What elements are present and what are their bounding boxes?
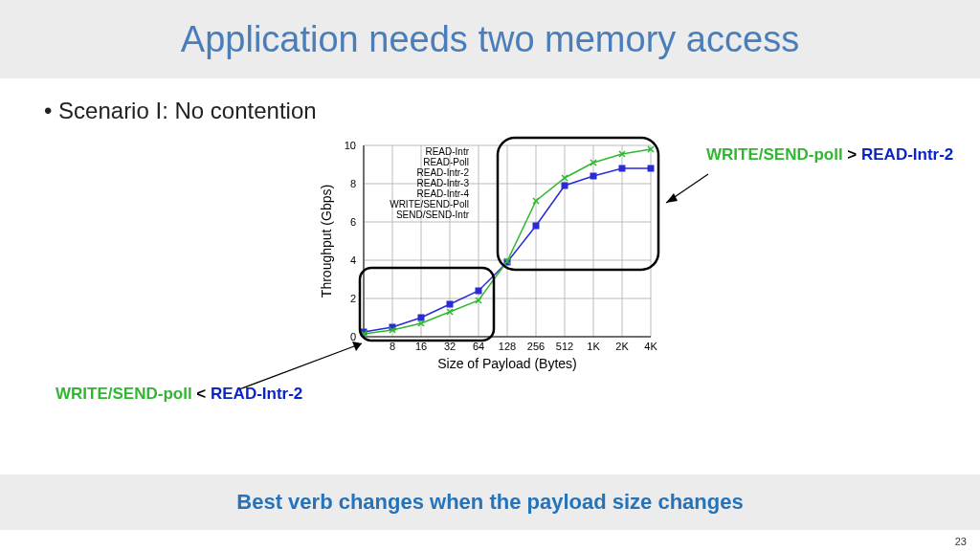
- legend-item: READ-Poll: [423, 157, 469, 167]
- ytick: 6: [350, 216, 356, 228]
- legend-item: READ-Intr-3: [417, 178, 470, 188]
- annotation-right-a: WRITE/SEND-poll: [706, 145, 843, 164]
- xtick: 32: [444, 341, 456, 352]
- y-axis-label: Throughput (Gbps): [319, 185, 334, 298]
- ytick: 0: [350, 331, 356, 342]
- svg-rect-29: [648, 165, 654, 171]
- ytick: 4: [350, 254, 356, 266]
- xtick: 64: [473, 341, 484, 352]
- xtick: 2K: [615, 341, 629, 352]
- page-number: 23: [955, 536, 967, 547]
- svg-rect-28: [619, 165, 625, 171]
- annotation-left-b: READ-Intr-2: [211, 385, 302, 403]
- svg-line-30: [666, 174, 708, 203]
- legend-item: WRITE/SEND-Poll: [390, 199, 469, 209]
- legend-item: READ-Intr: [425, 146, 469, 157]
- bullet-scenario: Scenario I: No contention: [44, 98, 317, 124]
- svg-rect-25: [533, 223, 539, 229]
- xtick: 256: [527, 341, 545, 352]
- throughput-chart: 0 2 4 6 8 10 8 16 32 64 128 256 512 1K 2…: [316, 136, 670, 375]
- annotation-right-sep: >: [843, 145, 861, 164]
- footer-text: Best verb changes when the payload size …: [236, 490, 743, 515]
- slide-body: Scenario I: No contention: [0, 78, 980, 474]
- svg-rect-21: [418, 315, 424, 320]
- legend-item: READ-Intr-2: [417, 167, 470, 178]
- annotation-left: WRITE/SEND-poll < READ-Intr-2: [56, 385, 302, 404]
- xtick: 128: [499, 341, 516, 352]
- xtick: 8: [390, 341, 395, 352]
- annotation-left-sep: <: [192, 385, 211, 403]
- annotation-right: WRITE/SEND-poll > READ-Intr-2: [706, 145, 953, 165]
- xtick: 512: [556, 341, 573, 352]
- xtick: 1K: [587, 341, 600, 352]
- svg-rect-22: [447, 301, 453, 307]
- ytick: 8: [350, 178, 356, 189]
- title-bar: Application needs two memory access: [0, 0, 980, 78]
- ytick: 10: [345, 140, 356, 151]
- svg-rect-23: [476, 288, 481, 294]
- xtick: 4K: [644, 341, 657, 352]
- ytick: 2: [350, 293, 356, 304]
- annotation-left-a: WRITE/SEND-poll: [56, 385, 192, 403]
- xtick: 16: [415, 341, 427, 352]
- svg-rect-27: [590, 173, 596, 179]
- x-axis-label: Size of Payload (Bytes): [437, 356, 577, 371]
- annotation-right-b: READ-Intr-2: [861, 145, 953, 164]
- legend-item: SEND/SEND-Intr: [396, 209, 470, 220]
- callout-box-high: [498, 138, 658, 270]
- svg-rect-26: [562, 183, 568, 188]
- footer-bar: Best verb changes when the payload size …: [0, 474, 980, 530]
- legend-item: READ-Intr-4: [417, 188, 470, 199]
- slide-title: Application needs two memory access: [181, 19, 799, 60]
